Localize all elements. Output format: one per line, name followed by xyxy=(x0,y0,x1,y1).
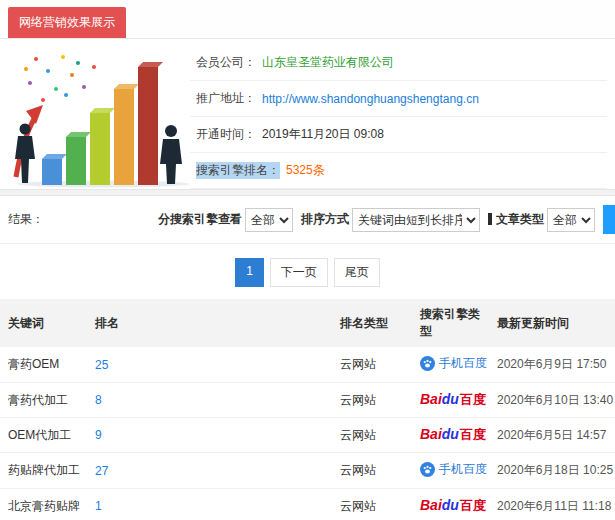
column-header: 排名 xyxy=(87,299,332,347)
info-label: 搜索引擎排名： xyxy=(196,162,280,179)
article-type-label: 文章类型 xyxy=(488,211,544,228)
section-divider xyxy=(0,189,615,196)
info-value[interactable]: 山东皇圣堂药业有限公司 xyxy=(262,54,394,71)
info-fields: 会员公司：山东皇圣堂药业有限公司推广地址：http://www.shandong… xyxy=(190,45,607,189)
rank-type-cell: 云网站 xyxy=(332,489,412,520)
info-value: 5325条 xyxy=(286,162,325,179)
growth-chart-svg xyxy=(8,45,190,189)
update-time-cell: 2020年6月10日 13:40 xyxy=(489,383,615,418)
baidu-logo: Baidu百度 xyxy=(420,391,486,407)
baidu-logo: Baidu百度 xyxy=(420,497,486,513)
engine-filter-select[interactable]: 全部 xyxy=(245,208,293,232)
article-type-select[interactable]: 全部 xyxy=(547,208,595,232)
filter-bar: 结果： 分搜索引擎查看 全部 排序方式 关键词由短到长排序 文章类型 全部 提交 xyxy=(0,196,615,244)
rank-type-cell: 云网站 xyxy=(332,347,412,383)
engine-cell: 手机百度 xyxy=(412,453,489,489)
rank-cell: 1 xyxy=(87,489,332,520)
mobile-baidu-paw-icon xyxy=(420,462,435,477)
update-time-cell: 2020年6月9日 17:50 xyxy=(489,347,615,383)
column-header: 最新更新时间 xyxy=(489,299,615,347)
update-time-cell: 2020年6月5日 14:57 xyxy=(489,418,615,453)
update-time-cell: 2020年6月18日 10:25 xyxy=(489,453,615,489)
rank-link[interactable]: 27 xyxy=(95,464,108,478)
rank-cell: 9 xyxy=(87,418,332,453)
tab-marketing-effect[interactable]: 网络营销效果展示 xyxy=(8,7,126,38)
update-time-cell: 2020年6月11日 11:18 xyxy=(489,489,615,520)
table-row: 药贴牌代加工27云网站手机百度2020年6月18日 10:25 xyxy=(0,453,615,489)
keyword-cell: 膏药OEM xyxy=(0,347,87,383)
table-row: 膏药OEM25云网站手机百度2020年6月9日 17:50 xyxy=(0,347,615,383)
mobile-baidu-badge: 手机百度 xyxy=(420,461,487,478)
mobile-baidu-paw-icon xyxy=(420,356,435,371)
table-row: 北京膏药贴牌1云网站Baidu百度2020年6月11日 11:18 xyxy=(0,489,615,520)
table-body: 膏药OEM25云网站手机百度2020年6月9日 17:50膏药代加工8云网站Ba… xyxy=(0,347,615,520)
info-row: 开通时间：2019年11月20日 09:08 xyxy=(190,117,607,153)
info-value: 2019年11月20日 09:08 xyxy=(262,126,384,143)
rank-type-cell: 云网站 xyxy=(332,453,412,489)
mobile-baidu-label: 手机百度 xyxy=(439,355,487,372)
result-label: 结果： xyxy=(8,211,158,228)
keyword-cell: OEM代加工 xyxy=(0,418,87,453)
table-row: 膏药代加工8云网站Baidu百度2020年6月10日 13:40 xyxy=(0,383,615,418)
rank-cell: 25 xyxy=(87,347,332,383)
table-row: OEM代加工9云网站Baidu百度2020年6月5日 14:57 xyxy=(0,418,615,453)
engine-cell: Baidu百度 xyxy=(412,383,489,418)
rank-link[interactable]: 1 xyxy=(95,499,102,513)
info-label: 推广地址： xyxy=(196,90,256,107)
pagination: 1下一页尾页 xyxy=(0,244,615,299)
growth-chart-illustration xyxy=(8,45,190,189)
info-value[interactable]: http://www.shandonghuangshengtang.cn xyxy=(262,92,479,106)
column-header: 排名类型 xyxy=(332,299,412,347)
rank-type-cell: 云网站 xyxy=(332,383,412,418)
submit-button[interactable]: 提交 xyxy=(603,205,615,234)
rank-link[interactable]: 9 xyxy=(95,428,102,442)
info-label: 开通时间： xyxy=(196,126,256,143)
table-header-row: 关键词排名排名类型搜索引擎类型最新更新时间 xyxy=(0,299,615,347)
article-type-marker-icon xyxy=(488,213,492,225)
column-header: 搜索引擎类型 xyxy=(412,299,489,347)
page-current[interactable]: 1 xyxy=(235,258,264,287)
businessman-right-figure xyxy=(160,125,182,184)
sort-filter-label: 排序方式 xyxy=(301,211,349,228)
engine-cell: Baidu百度 xyxy=(412,489,489,520)
rank-link[interactable]: 8 xyxy=(95,393,102,407)
mobile-baidu-label: 手机百度 xyxy=(439,461,487,478)
keyword-cell: 膏药代加工 xyxy=(0,383,87,418)
info-row: 推广地址：http://www.shandonghuangshengtang.c… xyxy=(190,81,607,117)
info-section: 会员公司：山东皇圣堂药业有限公司推广地址：http://www.shandong… xyxy=(0,39,615,189)
rank-link[interactable]: 25 xyxy=(95,358,108,372)
confetti-dots xyxy=(24,55,96,102)
sort-filter-select[interactable]: 关键词由短到长排序 xyxy=(352,208,480,232)
info-label: 会员公司： xyxy=(196,54,256,71)
page-last-button[interactable]: 尾页 xyxy=(334,258,380,287)
top-tab-bar: 网络营销效果展示 xyxy=(0,0,615,39)
page-next-button[interactable]: 下一页 xyxy=(270,258,328,287)
info-row: 会员公司：山东皇圣堂药业有限公司 xyxy=(190,45,607,81)
mobile-baidu-badge: 手机百度 xyxy=(420,355,487,372)
rank-cell: 8 xyxy=(87,383,332,418)
info-row: 搜索引擎排名：5325条 xyxy=(190,153,607,189)
rank-cell: 27 xyxy=(87,453,332,489)
keyword-cell: 北京膏药贴牌 xyxy=(0,489,87,520)
column-header: 关键词 xyxy=(0,299,87,347)
engine-cell: Baidu百度 xyxy=(412,418,489,453)
keyword-cell: 药贴牌代加工 xyxy=(0,453,87,489)
baidu-logo: Baidu百度 xyxy=(420,426,486,442)
engine-cell: 手机百度 xyxy=(412,347,489,383)
bars xyxy=(42,62,163,185)
results-table: 关键词排名排名类型搜索引擎类型最新更新时间 膏药OEM25云网站手机百度2020… xyxy=(0,299,615,520)
engine-filter-label: 分搜索引擎查看 xyxy=(158,211,242,228)
rank-type-cell: 云网站 xyxy=(332,418,412,453)
